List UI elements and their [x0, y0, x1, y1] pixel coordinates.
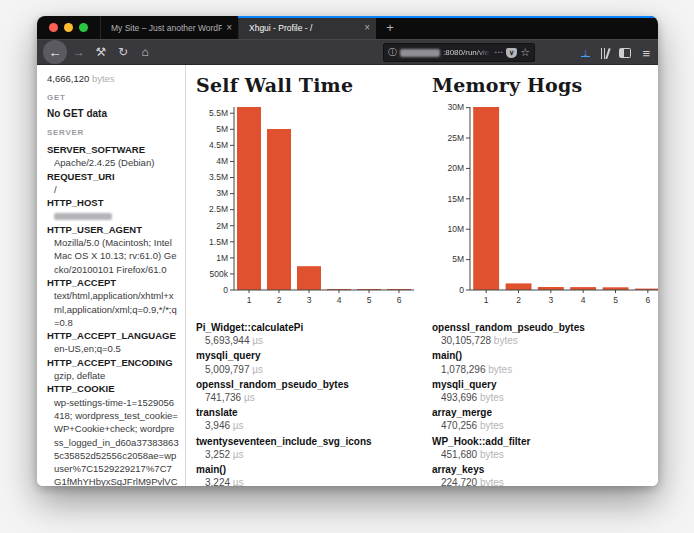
y-tick-label: 1M: [216, 253, 228, 263]
tab-my-site[interactable]: My Site – Just another WordPress s ×: [100, 16, 238, 39]
x-tick-label: 3: [548, 295, 553, 305]
function-value: 3,946 µs: [196, 419, 418, 432]
memory-value: 4,666,120: [47, 73, 89, 84]
downloads-button[interactable]: ↓: [581, 49, 590, 58]
x-tick-label: 5: [367, 295, 372, 305]
close-window-button[interactable]: [49, 23, 58, 32]
server-var-value: gzip, deflate: [47, 369, 179, 382]
tools-button[interactable]: ⚒: [90, 41, 112, 63]
redacted-host-value: [54, 213, 112, 220]
function-value-unit: bytes: [488, 364, 512, 375]
page-content: 4,666,120 bytes GET No GET data SERVER S…: [37, 65, 658, 486]
function-name: main(): [432, 349, 658, 362]
url-text: :8080/run/view?id=5b238d84421aa9004b680a: [443, 48, 491, 57]
home-button[interactable]: ⌂: [134, 41, 156, 63]
function-value: 5,009,797 µs: [196, 363, 418, 376]
server-var-key: REQUEST_URI: [47, 170, 179, 183]
bar: [473, 107, 499, 290]
zoom-window-button[interactable]: [79, 23, 88, 32]
x-tick-label: 2: [516, 295, 521, 305]
y-tick-label: 25M: [447, 133, 464, 143]
reload-icon: ↻: [118, 46, 128, 58]
y-tick-label: 1.5M: [209, 237, 228, 247]
browser-window: My Site – Just another WordPress s × Xhg…: [37, 16, 658, 486]
site-info-icon[interactable]: ⓘ: [388, 48, 397, 57]
y-tick-label: 15M: [447, 194, 464, 204]
close-tab-icon[interactable]: ×: [364, 23, 370, 33]
function-value-unit: bytes: [480, 420, 504, 431]
y-tick-label: 4M: [216, 156, 228, 166]
sidebar-toggle-icon[interactable]: [619, 48, 631, 58]
function-value-unit: µs: [252, 364, 263, 375]
x-tick-label: 6: [397, 295, 402, 305]
server-var-value: wp-settings-time-1=1529056418; wordpress…: [47, 396, 179, 486]
x-tick-label: 1: [247, 295, 252, 305]
charts-area: Self Wall Time 0500k1M1.5M2M2.5M3M3.5M4M…: [186, 65, 658, 486]
function-name: Pi_Widget::calculatePi: [196, 321, 418, 334]
function-value-unit: bytes: [480, 392, 504, 403]
server-var-key: HTTP_ACCEPT_ENCODING: [47, 356, 179, 369]
close-tab-icon[interactable]: ×: [226, 23, 232, 33]
bar: [506, 283, 532, 290]
y-tick-label: 0: [459, 285, 464, 295]
server-var: HTTP_ACCEPT_ENCODING gzip, deflate: [47, 356, 179, 383]
forward-icon: →: [73, 46, 85, 58]
memory-hogs-chart: 05M10M15M20M25M30M123456: [432, 104, 658, 310]
y-tick-label: 2.5M: [209, 204, 228, 214]
request-details-sidebar: 4,666,120 bytes GET No GET data SERVER S…: [37, 65, 186, 486]
y-tick-label: 500k: [210, 269, 229, 279]
bookmark-star-icon[interactable]: ☆: [520, 47, 530, 58]
y-tick-label: 10M: [447, 224, 464, 234]
server-var: HTTP_HOST: [47, 196, 179, 223]
server-var-key: SERVER_SOFTWARE: [47, 143, 179, 156]
redacted-url-host: [400, 49, 440, 57]
reload-button[interactable]: ↻: [112, 41, 134, 63]
function-value: 451,680 bytes: [432, 448, 658, 461]
y-tick-label: 5M: [216, 124, 228, 134]
function-value: 470,256 bytes: [432, 419, 658, 432]
forward-button[interactable]: →: [68, 41, 90, 63]
get-empty-label: No GET data: [47, 108, 179, 119]
menu-icon[interactable]: ≡: [642, 46, 650, 61]
wrench-icon: ⚒: [96, 46, 107, 58]
x-tick-label: 3: [307, 295, 312, 305]
server-var-value: Mozilla/5.0 (Macintosh; Intel Mac OS X 1…: [47, 236, 179, 276]
x-tick-label: 1: [484, 295, 489, 305]
function-name: mysqli_query: [196, 349, 418, 362]
y-tick-label: 5.5M: [209, 108, 228, 118]
library-icon[interactable]: [601, 48, 609, 59]
function-name: openssl_random_pseudo_bytes: [196, 378, 418, 391]
function-name: main(): [196, 463, 418, 476]
bar: [297, 266, 321, 290]
tab-xhgui-profile[interactable]: Xhgui - Profile - / ×: [238, 16, 376, 39]
pocket-icon[interactable]: ∨: [506, 48, 517, 58]
new-tab-button[interactable]: +: [376, 16, 404, 39]
y-tick-label: 5M: [452, 254, 464, 264]
server-var-key: HTTP_ACCEPT: [47, 276, 179, 289]
back-button[interactable]: ←: [43, 40, 67, 64]
function-name: mysqli_query: [432, 378, 658, 391]
chart-title: Memory Hogs: [432, 74, 658, 96]
bar: [237, 107, 261, 290]
minimize-window-button[interactable]: [64, 23, 73, 32]
self-wall-time-list: Pi_Widget::calculatePi5,693,944 µsmysqli…: [196, 321, 418, 486]
server-var-value: text/html,application/xhtml+xml,applicat…: [47, 289, 179, 329]
server-var-value: [47, 209, 179, 222]
active-tab-indicator: [238, 16, 658, 18]
url-bar[interactable]: ⓘ :8080/run/view?id=5b238d84421aa9004b68…: [383, 43, 535, 62]
get-section-header: GET: [47, 93, 179, 102]
function-name: translate: [196, 406, 418, 419]
nav-toolbar: ← → ⚒ ↻ ⌂ ⓘ :8080/run/view?id=5b238d8442…: [37, 39, 658, 65]
function-value: 1,078,296 bytes: [432, 363, 658, 376]
page-actions-icon[interactable]: ⋯: [494, 48, 503, 57]
self-wall-time-section: Self Wall Time 0500k1M1.5M2M2.5M3M3.5M4M…: [196, 74, 418, 486]
function-value-unit: bytes: [480, 449, 504, 460]
function-name: openssl_random_pseudo_bytes: [432, 321, 658, 334]
server-vars: SERVER_SOFTWARE Apache/2.4.25 (Debian) R…: [47, 143, 179, 486]
y-tick-label: 2M: [216, 221, 228, 231]
server-var: REQUEST_URI /: [47, 170, 179, 197]
function-value-unit: bytes: [494, 335, 518, 346]
function-value: 741,736 µs: [196, 391, 418, 404]
toolbar-right: ↓ ≡: [581, 40, 650, 66]
bar: [267, 129, 291, 290]
